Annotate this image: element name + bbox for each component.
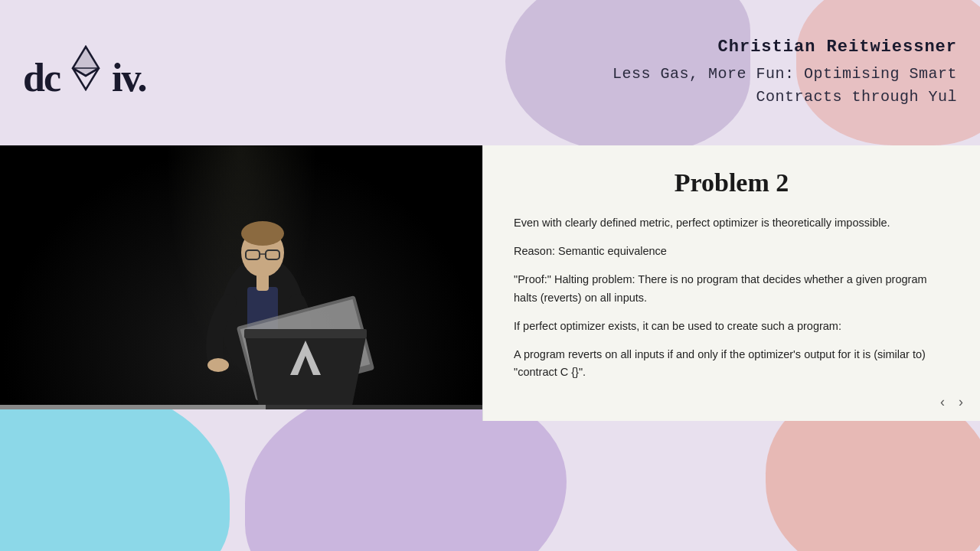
slide-para-4: If perfect optimizer exists, it can be u…	[514, 318, 949, 335]
podium-svg	[214, 287, 397, 409]
slide-title: Problem 2	[514, 168, 949, 197]
main-content: Problem 2 Even with clearly defined metr…	[0, 145, 980, 421]
video-inner	[0, 145, 482, 409]
presenter-name: Christian Reitwiessner	[612, 37, 957, 57]
slide-navigation: ‹ ›	[936, 393, 968, 412]
slide-para-1: Even with clearly defined metric, perfec…	[514, 214, 949, 232]
slide-panel: Problem 2 Even with clearly defined metr…	[482, 145, 980, 421]
svg-point-8	[241, 221, 284, 246]
logo-text: dc iv.	[23, 45, 146, 100]
video-progress-bar	[0, 405, 482, 409]
prev-slide-button[interactable]: ‹	[936, 393, 949, 412]
next-slide-button[interactable]: ›	[954, 393, 968, 412]
talk-title-line1: Less Gas, More Fun: Optimising Smart	[612, 65, 957, 83]
svg-rect-17	[244, 329, 367, 338]
bottom-area	[0, 421, 980, 551]
slide-para-5: A program reverts on all inputs if and o…	[514, 346, 949, 381]
slide-body: Even with clearly defined metric, perfec…	[514, 214, 949, 381]
progress-fill	[0, 405, 266, 409]
video-panel	[0, 145, 482, 409]
header: dc iv. Christian Reitwiessner Less Gas, …	[0, 0, 980, 145]
ethereum-logo	[71, 45, 100, 91]
header-right: Christian Reitwiessner Less Gas, More Fu…	[612, 37, 957, 109]
logo: dc iv.	[23, 45, 146, 100]
talk-title-line2: Contracts through Yul	[756, 88, 957, 106]
slide-para-2: Reason: Semantic equivalence	[514, 243, 949, 260]
talk-title: Less Gas, More Fun: Optimising Smart Con…	[612, 63, 957, 109]
slide-para-3: "Proof:" Halting problem: There is no pr…	[514, 271, 949, 306]
